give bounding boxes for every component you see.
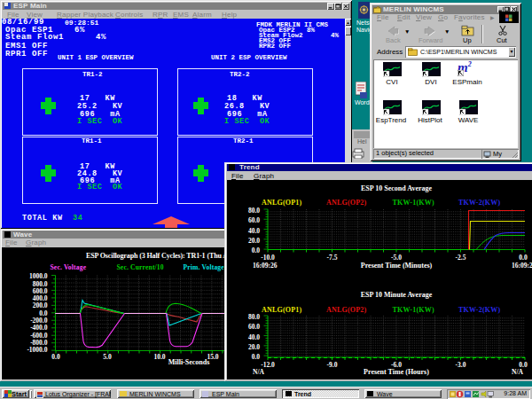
svg-text:Present Time (Hours): Present Time (Hours) xyxy=(364,368,429,376)
svg-text:60.0: 60.0 xyxy=(248,323,260,331)
svg-text:0.0: 0.0 xyxy=(51,353,60,361)
svg-text:-9.0: -9.0 xyxy=(327,361,338,369)
svg-text:Sec. Current/10: Sec. Current/10 xyxy=(117,263,164,271)
svg-text:Milli-Seconds: Milli-Seconds xyxy=(168,358,210,366)
svg-text:10.0: 10.0 xyxy=(153,353,165,361)
svg-text:ESP Oscillograph (3 Half Cycle: ESP Oscillograph (3 Half Cycles): TR1-1 … xyxy=(86,252,232,260)
svg-text:TKW-1(KW): TKW-1(KW) xyxy=(393,199,434,207)
svg-text:-3.0: -3.0 xyxy=(456,361,466,369)
svg-text:20.0: 20.0 xyxy=(248,343,260,351)
svg-text:Prim. Voltage: Prim. Voltage xyxy=(184,263,225,271)
svg-text:16:09:2: 16:09:2 xyxy=(512,262,532,270)
svg-text:-5.0: -5.0 xyxy=(391,254,402,262)
svg-text:80.0: 80.0 xyxy=(248,207,260,215)
svg-text:TKW-2(KW): TKW-2(KW) xyxy=(458,306,500,314)
svg-text:ANLG(OP2): ANLG(OP2) xyxy=(326,199,366,207)
svg-text:ANLG(OP1): ANLG(OP1) xyxy=(262,199,301,207)
svg-text:40.0: 40.0 xyxy=(248,227,260,235)
svg-text:N/A: N/A xyxy=(253,368,265,376)
svg-text:Sec. Voltage: Sec. Voltage xyxy=(51,263,87,271)
svg-text:ANLG(OP1): ANLG(OP1) xyxy=(262,306,301,314)
svg-text:16:09:26: 16:09:26 xyxy=(253,262,278,270)
svg-text:ANLG(OP2): ANLG(OP2) xyxy=(326,306,366,314)
svg-text:-2.5: -2.5 xyxy=(456,254,466,262)
svg-text:ESP 10 Second Average: ESP 10 Second Average xyxy=(361,184,433,192)
svg-text:40.0: 40.0 xyxy=(248,333,260,341)
svg-text:80.0: 80.0 xyxy=(248,313,260,321)
svg-text:0.0: 0.0 xyxy=(252,353,261,361)
svg-text:TKW-1(KW): TKW-1(KW) xyxy=(393,306,434,314)
svg-text:60.0: 60.0 xyxy=(248,216,260,224)
svg-text:-1000.0: -1000.0 xyxy=(27,346,47,354)
svg-text:20.0: 20.0 xyxy=(248,237,260,245)
svg-text:-10.0: -10.0 xyxy=(261,254,275,262)
svg-text:-7.5: -7.5 xyxy=(327,254,338,262)
svg-text:0.0: 0.0 xyxy=(519,254,528,262)
svg-text:Present Time (Minutes): Present Time (Minutes) xyxy=(361,262,433,270)
svg-text:N/A: N/A xyxy=(512,368,524,376)
svg-text:0.0: 0.0 xyxy=(252,246,261,254)
svg-text:5.0: 5.0 xyxy=(103,353,112,361)
svg-text:ESP 10 Minute Average: ESP 10 Minute Average xyxy=(361,291,433,299)
svg-text:TKW-2(KW): TKW-2(KW) xyxy=(458,199,500,207)
